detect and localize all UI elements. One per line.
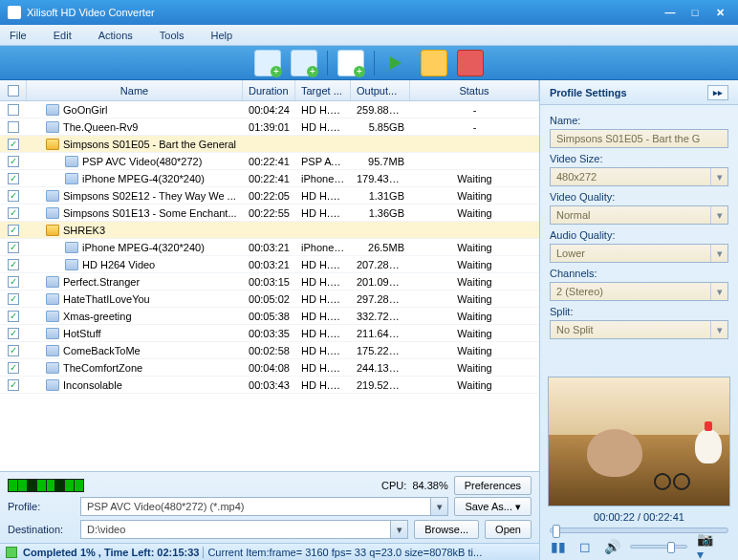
playback-time: 00:00:22 / 00:22:41 [540, 508, 738, 526]
menu-edit[interactable]: Edit [54, 30, 72, 41]
table-row[interactable]: ✓SHREK3 [0, 222, 539, 239]
header-output[interactable]: Output... [351, 80, 410, 100]
table-row[interactable]: ✓Perfect.Stranger00:03:15HD H.264201.09M… [0, 273, 539, 291]
row-checkbox[interactable]: ✓ [8, 276, 19, 288]
preferences-button[interactable]: Preferences [454, 476, 532, 495]
row-checkbox[interactable]: ✓ [8, 190, 19, 202]
collapse-toggle-button[interactable]: ▸▸ [707, 85, 728, 100]
file-icon [46, 362, 59, 374]
row-checkbox[interactable]: ✓ [8, 242, 19, 253]
row-checkbox[interactable] [8, 104, 19, 116]
row-name: iPhone MPEG-4(320*240) [82, 242, 205, 253]
start-convert-button[interactable] [384, 50, 411, 76]
table-row[interactable]: ✓TheComfortZone00:04:08HD H.264244.13MBW… [0, 359, 539, 377]
save-as-button[interactable]: Save As... ▾ [454, 497, 532, 516]
profile-settings-header: Profile Settings ▸▸ [540, 80, 738, 105]
videosize-label: Video Size: [550, 153, 728, 164]
add-folder-button[interactable]: + [291, 50, 317, 76]
row-checkbox[interactable]: ✓ [8, 156, 19, 167]
close-button[interactable]: ✕ [709, 5, 730, 20]
row-checkbox[interactable]: ✓ [8, 379, 19, 391]
profile-value: PSP AVC Video(480*272) (*.mp4) [87, 501, 244, 512]
audioquality-combo[interactable]: Lower▾ [550, 244, 728, 263]
row-checkbox[interactable]: ✓ [8, 173, 19, 184]
chevron-down-icon: ▾ [390, 521, 407, 538]
row-checkbox[interactable]: ✓ [8, 139, 19, 150]
table-row[interactable]: GoOnGirl00:04:24HD H.264259.88MB- [0, 101, 539, 118]
play-pause-button[interactable]: ▮▮ [550, 539, 567, 554]
destination-combo[interactable]: D:\video ▾ [80, 520, 408, 539]
row-checkbox[interactable] [8, 121, 19, 133]
file-icon [65, 259, 78, 270]
channels-combo[interactable]: 2 (Stereo)▾ [550, 282, 728, 301]
header-status[interactable]: Status [410, 80, 539, 100]
stop-button[interactable] [457, 50, 484, 76]
table-row[interactable]: ✓Inconsolable00:03:43HD H.264219.52MBWai… [0, 377, 539, 394]
file-icon [46, 345, 59, 356]
name-label: Name: [550, 115, 728, 126]
table-row[interactable]: The.Queen-Rv901:39:01HD H.2645.85GB- [0, 118, 539, 136]
row-checkbox[interactable]: ✓ [8, 328, 19, 339]
pause-button[interactable] [421, 50, 447, 76]
row-checkbox[interactable]: ✓ [8, 293, 19, 305]
table-row[interactable]: ✓iPhone MPEG-4(320*240)00:03:21iPhone M.… [0, 239, 539, 256]
header-target[interactable]: Target ... [295, 80, 351, 100]
row-checkbox[interactable]: ✓ [8, 311, 19, 322]
chevron-down-icon: ▾ [710, 168, 727, 185]
table-row[interactable]: ✓Simpsons S02E12 - They Way We ...00:22:… [0, 187, 539, 205]
table-row[interactable]: ✓ComeBackToMe00:02:58HD H.264175.22MBWai… [0, 342, 539, 359]
row-checkbox[interactable]: ✓ [8, 225, 19, 236]
videosize-combo[interactable]: 480x272▾ [550, 167, 728, 186]
maximize-button[interactable]: □ [684, 5, 705, 20]
header-name[interactable]: Name [27, 80, 243, 100]
row-name: SHREK3 [63, 225, 105, 236]
table-row[interactable]: ✓Simpsons S01E13 - Some Enchant...00:22:… [0, 205, 539, 222]
name-field[interactable]: Simpsons S01E05 - Bart the G [550, 129, 728, 148]
row-checkbox[interactable]: ✓ [8, 345, 19, 356]
volume-icon[interactable]: 🔊 [603, 539, 620, 554]
header-checkbox[interactable] [0, 80, 27, 100]
file-icon [46, 328, 59, 339]
row-name: GoOnGirl [63, 104, 107, 116]
videoquality-combo[interactable]: Normal▾ [550, 205, 728, 225]
table-row[interactable]: ✓iPhone MPEG-4(320*240)00:22:41iPhone M.… [0, 170, 539, 187]
volume-slider[interactable] [630, 545, 687, 549]
video-preview[interactable] [548, 377, 730, 506]
row-checkbox[interactable]: ✓ [8, 207, 19, 219]
row-checkbox[interactable]: ✓ [8, 362, 19, 374]
add-file-button[interactable]: + [254, 50, 281, 76]
status-bar: Completed 1% , Time Left: 02:15:33 Curre… [0, 543, 539, 560]
cpu-value: 84.38% [412, 480, 447, 491]
list-body[interactable]: GoOnGirl00:04:24HD H.264259.88MB-The.Que… [0, 101, 539, 471]
table-row[interactable]: ✓HotStuff00:03:35HD H.264211.64MBWaiting [0, 325, 539, 342]
seek-slider[interactable] [550, 528, 728, 533]
file-icon [46, 379, 59, 391]
table-row[interactable]: ✓PSP AVC Video(480*272)00:22:41PSP AVC95… [0, 153, 539, 170]
table-row[interactable]: ✓HD H264 Video00:03:21HD H.264207.28MBWa… [0, 256, 539, 273]
profile-list-button[interactable]: + [337, 50, 364, 76]
row-name: HateThatILoveYou [63, 293, 150, 305]
minimize-button[interactable]: — [660, 5, 681, 20]
table-row[interactable]: ✓Simpsons S01E05 - Bart the General [0, 136, 539, 153]
player-stop-button[interactable]: ◻ [576, 539, 594, 554]
split-combo[interactable]: No Split▾ [550, 320, 728, 339]
menu-help[interactable]: Help [210, 30, 232, 41]
menu-tools[interactable]: Tools [160, 30, 184, 41]
profile-combo[interactable]: PSP AVC Video(480*272) (*.mp4) ▾ [80, 497, 448, 516]
row-name: iPhone MPEG-4(320*240) [82, 173, 205, 184]
row-checkbox[interactable]: ✓ [8, 259, 19, 270]
row-name: Simpsons S01E13 - Some Enchant... [63, 207, 237, 219]
browse-button[interactable]: Browse... [414, 520, 479, 539]
menu-file[interactable]: File [10, 30, 27, 41]
file-icon [46, 276, 59, 288]
table-row[interactable]: ✓HateThatILoveYou00:05:02HD H.264297.28M… [0, 291, 539, 308]
header-duration[interactable]: Duration [243, 80, 295, 100]
open-button[interactable]: Open [485, 520, 532, 539]
menu-actions[interactable]: Actions [98, 30, 133, 41]
list-header: Name Duration Target ... Output... Statu… [0, 80, 539, 101]
snapshot-button[interactable]: 📷▾ [697, 539, 714, 554]
table-row[interactable]: ✓Xmas-greeting00:05:38HD H.264332.72MBWa… [0, 308, 539, 325]
destination-value: D:\video [87, 524, 125, 535]
row-name: HotStuff [63, 328, 101, 339]
file-icon [65, 173, 78, 184]
